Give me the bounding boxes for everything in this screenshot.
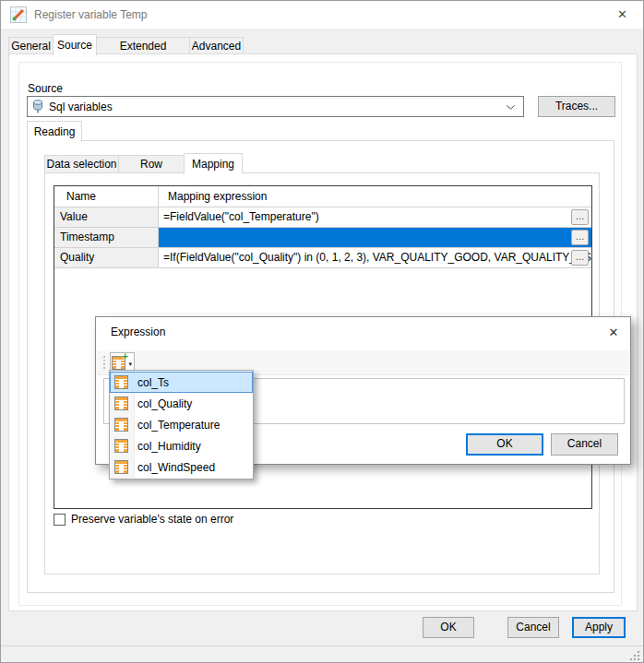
menu-item-col-humidity[interactable]: col_Humidity (110, 435, 253, 456)
plus-badge-icon: + (123, 350, 128, 361)
expression-ok-button[interactable]: OK (466, 433, 543, 456)
window-title: Register variable Temp (34, 1, 148, 29)
close-icon: ✕ (609, 326, 619, 339)
row-expression-cell[interactable]: =FieldValue("col_Temperature") (159, 207, 591, 228)
tab-mapping[interactable]: Mapping (184, 153, 243, 174)
table-row-value[interactable]: Value =FieldValue("col_Temperature") … (54, 207, 591, 228)
preserve-state-checkbox[interactable] (54, 514, 66, 526)
tab-source[interactable]: Source (53, 34, 97, 55)
database-icon (32, 100, 43, 113)
tab-row-selection[interactable]: Row selection (118, 155, 185, 173)
expression-dialog-close-button[interactable]: ✕ (602, 323, 625, 341)
app-icon (10, 6, 27, 23)
menu-item-col-windspeed[interactable]: col_WindSpeed (110, 456, 253, 478)
menu-item-label: col_WindSpeed (137, 461, 215, 474)
row-name-cell[interactable]: Timestamp (54, 228, 159, 248)
close-icon: ✕ (617, 7, 627, 21)
field-menu: col_Ts col_Quality col_Temperatu (109, 370, 254, 479)
menu-item-col-temperature[interactable]: col_Temperature (110, 414, 253, 435)
column-header-expression: Mapping expression (159, 186, 591, 207)
table-row-timestamp[interactable]: Timestamp … (54, 228, 591, 248)
expression-more-button[interactable]: … (571, 250, 589, 266)
menu-item-label: col_Quality (137, 397, 192, 410)
menu-item-label: col_Temperature (137, 419, 220, 432)
cancel-button[interactable]: Cancel (507, 617, 559, 638)
titlebar: Register variable Temp ✕ (1, 1, 643, 29)
expression-dialog-title: Expression (111, 325, 165, 339)
menu-item-col-quality[interactable]: col_Quality (110, 393, 253, 414)
chevron-down-icon (507, 105, 515, 110)
row-name-cell[interactable]: Quality (54, 248, 159, 268)
row-name-cell[interactable]: Value (54, 207, 159, 228)
traces-button[interactable]: Traces... (538, 96, 615, 117)
apply-button[interactable]: Apply (572, 617, 626, 638)
tab-data-selection[interactable]: Data selection (44, 155, 119, 173)
source-label: Source (28, 82, 63, 95)
status-bar (1, 645, 643, 662)
row-expression-cell[interactable]: =If(FieldValue("col_Quality") in (0, 1, … (159, 248, 591, 268)
tab-general[interactable]: General (8, 37, 54, 54)
row-expression-cell[interactable] (159, 228, 591, 248)
dropdown-arrow-icon: ▾ (128, 361, 132, 368)
column-header-name: Name (54, 186, 159, 207)
menu-item-label: col_Humidity (137, 440, 201, 453)
tab-reading[interactable]: Reading (27, 121, 82, 142)
menu-item-label: col_Ts (137, 376, 169, 389)
table-icon (114, 460, 128, 474)
source-combobox[interactable]: Sql variables (27, 96, 524, 117)
close-button[interactable]: ✕ (602, 1, 643, 28)
table-icon (114, 418, 128, 432)
expression-more-button[interactable]: … (571, 230, 589, 245)
table-icon (114, 439, 128, 453)
menu-item-col-ts[interactable]: col_Ts (110, 372, 253, 393)
table-icon (114, 397, 128, 410)
toolbar-grip (103, 356, 105, 370)
main-tab-strip: General Source Extended attributes Advan… (8, 34, 243, 54)
preserve-state-checkbox-label[interactable]: Preserve variable's state on error (71, 514, 233, 527)
register-variable-dialog: Register variable Temp ✕ General Source … (0, 0, 644, 663)
expression-cancel-button[interactable]: Cancel (551, 433, 618, 456)
resize-grip-icon[interactable] (629, 650, 640, 661)
table-row-quality[interactable]: Quality =If(FieldValue("col_Quality") in… (54, 248, 591, 268)
source-combobox-value: Sql variables (49, 101, 113, 113)
mapping-tab-strip: Data selection Row selection Mapping (44, 152, 242, 173)
expression-more-button[interactable]: … (571, 209, 589, 225)
tab-advanced[interactable]: Advanced (189, 37, 244, 54)
table-icon (114, 375, 128, 389)
tab-extended-attributes[interactable]: Extended attributes (96, 37, 190, 54)
ok-button[interactable]: OK (423, 617, 474, 638)
